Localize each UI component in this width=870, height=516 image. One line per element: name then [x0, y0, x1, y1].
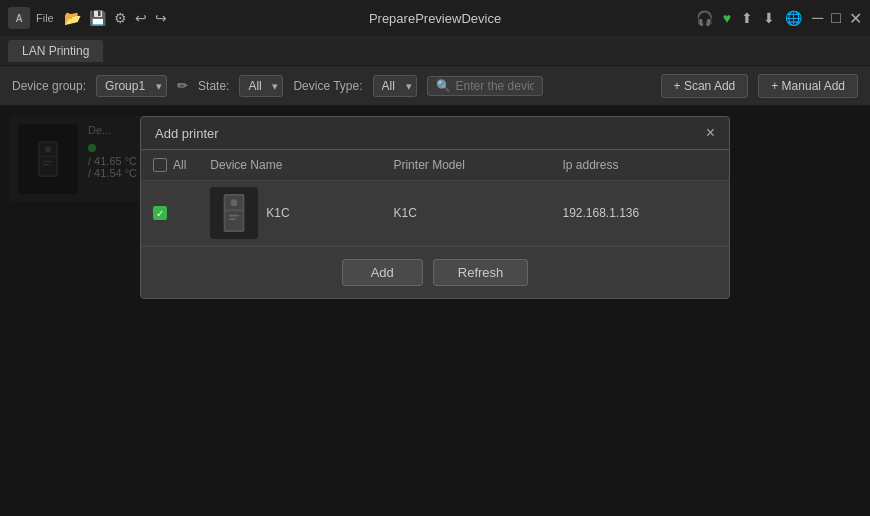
row-device-name: K1C: [198, 181, 381, 246]
svg-rect-10: [229, 218, 236, 220]
device-type-label: Device Type:: [293, 79, 362, 93]
table-header-row: All Device Name Printer Model Ip address: [141, 150, 729, 181]
device-group-wrapper: Group1: [96, 75, 167, 97]
device-type-wrapper: All: [373, 75, 417, 97]
cloud-upload-icon[interactable]: ⬆: [741, 10, 753, 26]
add-button[interactable]: Add: [342, 259, 423, 286]
device-group-select[interactable]: Group1: [96, 75, 167, 97]
app-logo: A: [8, 7, 30, 29]
toolbar: Device group: Group1 ✏ State: All Device…: [0, 66, 870, 106]
manual-add-button[interactable]: + Manual Add: [758, 74, 858, 98]
toolbar-icons: 📂 💾 ⚙ ↩ ↪: [64, 10, 167, 26]
col-ip-header: Ip address: [550, 150, 729, 181]
row-checkbox[interactable]: [153, 206, 167, 220]
state-select[interactable]: All: [239, 75, 283, 97]
nav-tabs: Prepare Preview Device: [369, 11, 501, 26]
tab-lan-printing[interactable]: LAN Printing: [8, 40, 103, 62]
save-icon[interactable]: 💾: [89, 10, 106, 26]
modal-close-button[interactable]: ×: [706, 125, 715, 141]
search-icon: 🔍: [436, 79, 451, 93]
state-label: State:: [198, 79, 229, 93]
titlebar-left: A File 📂 💾 ⚙ ↩ ↪: [8, 7, 167, 29]
search-box[interactable]: 🔍: [427, 76, 543, 96]
main-content: De... / 41.65 °C / 41.54 °C Details Add …: [0, 106, 870, 516]
close-btn[interactable]: ✕: [849, 9, 862, 28]
state-wrapper: All: [239, 75, 283, 97]
table-row[interactable]: K1C K1C 192.168.1.136: [141, 181, 729, 246]
app-logo-text: A: [15, 13, 22, 24]
minimize-btn[interactable]: ─: [812, 9, 823, 28]
add-printer-modal: Add printer × All Device Name Printer Mo…: [140, 116, 730, 299]
svg-point-11: [231, 199, 238, 206]
maximize-btn[interactable]: □: [831, 9, 841, 28]
col-checkbox: All: [141, 150, 198, 181]
printer-table: All Device Name Printer Model Ip address: [141, 150, 729, 246]
svg-rect-8: [226, 211, 243, 230]
titlebar-right-icons: 🎧 ♥ ⬆ ⬇ 🌐 ─ □ ✕: [696, 9, 862, 28]
row-device-name-text: K1C: [266, 206, 289, 220]
device-group-label: Device group:: [12, 79, 86, 93]
table-header: All Device Name Printer Model Ip address: [141, 150, 729, 181]
undo-icon[interactable]: ↩: [135, 10, 147, 26]
modal-footer: Add Refresh: [141, 246, 729, 298]
row-device-thumb: [210, 187, 258, 239]
col-printer-model-header: Printer Model: [381, 150, 550, 181]
svg-rect-9: [229, 215, 239, 217]
titlebar: A File 📂 💾 ⚙ ↩ ↪ Prepare Preview Device …: [0, 0, 870, 36]
all-label: All: [173, 158, 186, 172]
search-input[interactable]: [456, 79, 534, 93]
scan-add-button[interactable]: + Scan Add: [661, 74, 749, 98]
heart-icon[interactable]: ♥: [723, 10, 731, 26]
device-type-select[interactable]: All: [373, 75, 417, 97]
globe-icon[interactable]: 🌐: [785, 10, 802, 26]
download-icon[interactable]: ⬇: [763, 10, 775, 26]
modal-title: Add printer: [155, 126, 219, 141]
redo-icon[interactable]: ↪: [155, 10, 167, 26]
tab-preview[interactable]: Preview: [415, 11, 461, 26]
edit-group-btn[interactable]: ✏: [177, 78, 188, 93]
tabbar: LAN Printing: [0, 36, 870, 66]
tab-device[interactable]: Device: [461, 11, 501, 26]
headphones-icon[interactable]: 🎧: [696, 10, 713, 26]
refresh-button[interactable]: Refresh: [433, 259, 529, 286]
file-menu[interactable]: File: [36, 12, 54, 24]
modal-body: All Device Name Printer Model Ip address: [141, 150, 729, 246]
row-printer-model: K1C: [381, 181, 550, 246]
open-icon[interactable]: 📂: [64, 10, 81, 26]
modal-overlay: Add printer × All Device Name Printer Mo…: [0, 106, 870, 516]
row-checkbox-cell[interactable]: [141, 181, 198, 246]
settings-icon[interactable]: ⚙: [114, 10, 127, 26]
modal-header: Add printer ×: [141, 117, 729, 150]
row-ip-address: 192.168.1.136: [550, 181, 729, 246]
select-all-checkbox[interactable]: [153, 158, 167, 172]
col-device-name-header: Device Name: [198, 150, 381, 181]
tab-prepare[interactable]: Prepare: [369, 11, 415, 26]
window-controls: ─ □ ✕: [812, 9, 862, 28]
printer-table-body: K1C K1C 192.168.1.136: [141, 181, 729, 246]
